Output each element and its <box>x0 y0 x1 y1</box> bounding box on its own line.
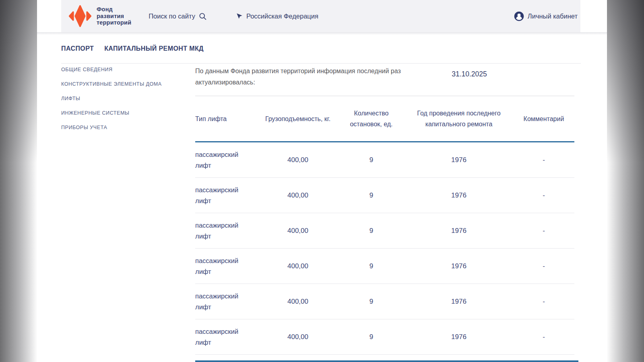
cell-comment: - <box>513 156 574 164</box>
logo-line-1: Фонд <box>97 6 131 13</box>
elevators-table-header: Тип лифта Грузоподъемность, кг. Количест… <box>195 96 574 141</box>
cell-type: пассажирский лифт <box>195 255 258 277</box>
tabs-divider <box>61 63 581 64</box>
cell-stops: 9 <box>338 262 405 270</box>
table-row: пассажирский лифт 400,00 9 1976 - <box>195 142 574 178</box>
tab-passport[interactable]: ПАСПОРТ <box>61 43 94 55</box>
account-label: Личный кабинет <box>528 12 578 20</box>
browser-viewport: Фонд развития территорий Поиск по сайту <box>0 0 644 362</box>
cell-type: пассажирский лифт <box>195 185 258 206</box>
column-header-comment: Комментарий <box>513 113 574 124</box>
cell-capacity: 400,00 <box>258 191 338 200</box>
next-section-rule <box>195 360 578 362</box>
table-row: пассажирский лифт 400,00 9 1976 - <box>195 284 574 319</box>
cell-stops: 9 <box>338 156 405 164</box>
site-search[interactable]: Поиск по сайту <box>149 12 207 21</box>
frt-diamond-icon <box>68 4 93 28</box>
cell-capacity: 400,00 <box>258 262 338 270</box>
sidebar-item-elevators[interactable]: ЛИФТЫ <box>61 96 190 101</box>
cell-year: 1976 <box>405 156 513 164</box>
page: Фонд развития территорий Поиск по сайту <box>35 0 609 362</box>
cell-stops: 9 <box>338 227 405 235</box>
logo-line-3: территорий <box>97 19 131 26</box>
geo-arrow-icon <box>236 12 243 20</box>
cell-type: пассажирский лифт <box>195 220 258 242</box>
update-info-row: По данным Фонда развития территорий инфо… <box>195 65 574 96</box>
cell-comment: - <box>513 298 574 306</box>
cell-type: пассажирский лифт <box>195 291 258 313</box>
logo-text: Фонд развития территорий <box>97 6 131 26</box>
column-header-capacity: Грузоподъемность, кг. <box>258 113 338 124</box>
updated-date: 31.10.2025 <box>429 70 510 78</box>
cell-capacity: 400,00 <box>258 227 338 235</box>
region-label: Российская Федерация <box>246 12 318 20</box>
logo-line-2: развития <box>97 13 131 20</box>
cell-capacity: 400,00 <box>258 333 338 341</box>
table-row: пассажирский лифт 400,00 9 1976 - <box>195 213 574 249</box>
table-row: пассажирский лифт 400,00 9 1976 - <box>195 319 574 355</box>
sidebar-item-engineering-systems[interactable]: ИНЖЕНЕРНЫЕ СИСТЕМЫ <box>61 110 190 116</box>
search-label: Поиск по сайту <box>149 12 195 20</box>
cell-capacity: 400,00 <box>258 298 338 306</box>
cell-year: 1976 <box>405 333 513 341</box>
region-selector[interactable]: Российская Федерация <box>236 12 318 20</box>
updated-text: По данным Фонда развития территорий инфо… <box>195 66 421 88</box>
cell-type: пассажирский лифт <box>195 326 258 348</box>
tab-capital-repair-mkd[interactable]: КАПИТАЛЬНЫЙ РЕМОНТ МКД <box>104 43 204 55</box>
cell-stops: 9 <box>338 333 405 341</box>
cell-year: 1976 <box>405 191 513 200</box>
cell-year: 1976 <box>405 227 513 235</box>
sidebar-item-structural-elements[interactable]: КОНСТРУКТИВНЫЕ ЭЛЕМЕНТЫ ДОМА <box>61 81 190 87</box>
cell-year: 1976 <box>405 262 513 270</box>
column-header-last-repair-year: Год проведения последнего капитального р… <box>405 108 513 130</box>
logo-link[interactable]: Фонд развития территорий <box>68 4 131 28</box>
column-header-type: Тип лифта <box>195 113 258 124</box>
search-icon[interactable] <box>198 12 207 21</box>
elevators-section: По данным Фонда развития территорий инфо… <box>195 65 574 355</box>
header-shadow <box>35 32 609 35</box>
cell-comment: - <box>513 227 574 235</box>
left-vignette <box>0 0 37 362</box>
cell-stops: 9 <box>338 298 405 306</box>
cell-capacity: 400,00 <box>258 156 338 164</box>
sidebar-item-metering-devices[interactable]: ПРИБОРЫ УЧЕТА <box>61 125 190 130</box>
section-sidebar: ОБЩИЕ СВЕДЕНИЯ КОНСТРУКТИВНЫЕ ЭЛЕМЕНТЫ Д… <box>61 67 190 139</box>
cell-year: 1976 <box>405 298 513 306</box>
cell-type: пассажирский лифт <box>195 149 258 171</box>
site-header: Фонд развития территорий Поиск по сайту <box>61 0 580 32</box>
account-link[interactable]: Личный кабинет <box>514 11 578 22</box>
table-row: пассажирский лифт 400,00 9 1976 - <box>195 178 574 213</box>
table-row: пассажирский лифт 400,00 9 1976 - <box>195 249 574 284</box>
cell-comment: - <box>513 191 574 200</box>
elevators-table-body: пассажирский лифт 400,00 9 1976 - пассаж… <box>195 142 574 355</box>
column-header-stops: Количество остановок, ед. <box>338 108 405 130</box>
page-tabs: ПАСПОРТ КАПИТАЛЬНЫЙ РЕМОНТ МКД <box>61 43 204 55</box>
cell-comment: - <box>513 262 574 270</box>
right-vignette <box>607 0 644 362</box>
cell-stops: 9 <box>338 191 405 200</box>
user-circle-icon <box>514 11 524 22</box>
cell-comment: - <box>513 333 574 341</box>
sidebar-item-general-info[interactable]: ОБЩИЕ СВЕДЕНИЯ <box>61 67 190 72</box>
